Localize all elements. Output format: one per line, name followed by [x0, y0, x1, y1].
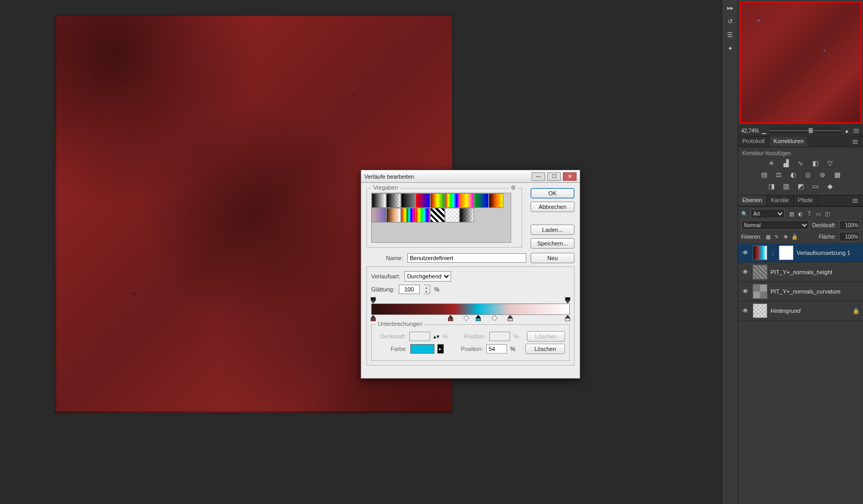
- layer-opacity-input[interactable]: [839, 220, 860, 230]
- ok-button[interactable]: OK: [531, 188, 574, 198]
- zoom-out-icon[interactable]: ▁: [762, 128, 766, 134]
- preset-swatch[interactable]: [386, 208, 401, 222]
- color-swatch[interactable]: [410, 344, 434, 354]
- curves-icon[interactable]: ∿: [796, 158, 806, 168]
- layer-name[interactable]: PIT_Y+_normals_curvature: [770, 288, 860, 295]
- opacity-stop[interactable]: [371, 297, 376, 303]
- preset-swatch[interactable]: [401, 193, 416, 208]
- lock-all-icon[interactable]: 🔒: [791, 233, 798, 240]
- photo-filter-icon[interactable]: ◎: [803, 170, 813, 179]
- preset-swatch[interactable]: [416, 193, 430, 208]
- preset-swatch[interactable]: [372, 193, 386, 208]
- presets-options-icon[interactable]: ⚙: [509, 184, 517, 191]
- gradient-map-icon[interactable]: ▭: [811, 181, 820, 191]
- tab-protokoll[interactable]: Protokoll: [738, 136, 769, 147]
- brightness-icon[interactable]: ☀: [767, 158, 776, 168]
- preset-swatch[interactable]: [416, 208, 430, 222]
- adjust-panel-icon[interactable]: ✦: [724, 43, 736, 54]
- tab-ebenen[interactable]: Ebenen: [738, 195, 767, 206]
- color-stop[interactable]: [508, 315, 513, 321]
- color-stop[interactable]: [448, 315, 453, 321]
- lock-position-icon[interactable]: ✥: [782, 233, 789, 240]
- visibility-toggle-icon[interactable]: 👁: [741, 307, 750, 314]
- layer-thumbnail[interactable]: [753, 284, 767, 299]
- color-stop[interactable]: [371, 315, 376, 321]
- tab-korrekturen[interactable]: Korrekturen: [769, 136, 808, 147]
- opacity-stops-track[interactable]: [371, 297, 570, 303]
- selective-color-icon[interactable]: ◆: [825, 181, 835, 191]
- preset-swatch[interactable]: [445, 193, 459, 208]
- filter-icon[interactable]: 🔍: [741, 211, 747, 217]
- layer-row[interactable]: 👁 PIT_Y+_normals_curvature: [738, 282, 863, 301]
- visibility-toggle-icon[interactable]: 👁: [741, 249, 750, 256]
- smoothness-input[interactable]: [399, 285, 420, 294]
- bw-icon[interactable]: ◐: [789, 170, 798, 179]
- mask-link-icon[interactable]: ⋮: [770, 250, 776, 256]
- levels-icon[interactable]: ▟: [781, 158, 791, 168]
- color-stop[interactable]: [565, 315, 570, 321]
- stop-color-position-input[interactable]: [486, 344, 507, 354]
- layer-filter-select[interactable]: Art: [751, 209, 785, 218]
- filter-pixel-icon[interactable]: ▧: [788, 210, 795, 217]
- tab-pfade[interactable]: Pfade: [793, 195, 818, 206]
- smoothness-stepper[interactable]: ▴▾: [424, 285, 430, 294]
- lock-transparency-icon[interactable]: ▦: [764, 233, 772, 240]
- panel-options-icon[interactable]: [847, 195, 863, 206]
- color-stop[interactable]: [476, 315, 481, 321]
- history-panel-icon[interactable]: ↺: [724, 16, 736, 27]
- visibility-toggle-icon[interactable]: 👁: [741, 288, 750, 295]
- layer-thumbnail[interactable]: [753, 265, 767, 279]
- layer-fill-input[interactable]: [839, 232, 860, 241]
- layer-thumbnail[interactable]: [753, 245, 767, 260]
- layer-mask-thumbnail[interactable]: [779, 245, 793, 260]
- delete-color-stop-button[interactable]: Löschen: [525, 344, 565, 354]
- navigator-thumbnail[interactable]: [740, 2, 861, 123]
- panel-options-icon[interactable]: [853, 127, 860, 134]
- posterize-icon[interactable]: ▥: [781, 181, 791, 191]
- gradient-midpoint[interactable]: [491, 315, 497, 321]
- preset-swatch[interactable]: [401, 208, 416, 222]
- color-swatch-dropdown[interactable]: ▸: [438, 344, 444, 354]
- save-button[interactable]: Speichern...: [531, 238, 574, 249]
- preset-swatch[interactable]: [430, 208, 445, 222]
- exposure-icon[interactable]: ◧: [811, 158, 820, 168]
- properties-panel-icon[interactable]: ☰: [724, 29, 736, 41]
- layer-name[interactable]: PIT_Y+_normals_height: [770, 269, 860, 275]
- layer-row[interactable]: 👁 ⋮ Verlaufsumsetzung 1: [738, 243, 863, 263]
- layer-row[interactable]: 👁 Hintergrund 🔒: [738, 301, 863, 321]
- gradient-type-select[interactable]: Durchgehend: [405, 271, 451, 282]
- zoom-slider[interactable]: [769, 127, 841, 134]
- opacity-stop[interactable]: [565, 297, 570, 303]
- cancel-button[interactable]: Abbrechen: [531, 202, 574, 212]
- collapse-panels-icon[interactable]: ▸▸: [724, 2, 736, 14]
- channel-mixer-icon[interactable]: ⊛: [818, 170, 827, 179]
- preset-swatch[interactable]: [430, 193, 445, 208]
- minimize-button[interactable]: —: [532, 172, 545, 181]
- panel-options-icon[interactable]: [847, 136, 863, 147]
- new-button[interactable]: Neu: [531, 253, 574, 263]
- gradient-name-input[interactable]: [407, 253, 526, 263]
- preset-swatch[interactable]: [459, 208, 474, 222]
- preset-swatch[interactable]: [489, 193, 503, 208]
- hue-icon[interactable]: ▤: [760, 170, 769, 179]
- dialog-titlebar[interactable]: Verläufe bearbeiten — ☐ ✕: [361, 170, 580, 183]
- load-button[interactable]: Laden...: [531, 225, 574, 235]
- lock-pixels-icon[interactable]: ✎: [773, 233, 780, 240]
- lut-icon[interactable]: ▦: [833, 170, 842, 179]
- gradient-bar[interactable]: [371, 303, 570, 315]
- vibrance-icon[interactable]: ▽: [825, 158, 835, 168]
- layer-row[interactable]: 👁 PIT_Y+_normals_height: [738, 263, 863, 282]
- tab-kanaele[interactable]: Kanäle: [767, 195, 793, 206]
- filter-smart-icon[interactable]: ◫: [823, 210, 831, 217]
- preset-swatch[interactable]: [445, 208, 459, 222]
- blend-mode-select[interactable]: Normal: [741, 220, 809, 230]
- invert-icon[interactable]: ◨: [767, 181, 776, 191]
- layer-thumbnail[interactable]: [753, 303, 767, 318]
- filter-shape-icon[interactable]: ▭: [814, 210, 822, 217]
- filter-type-icon[interactable]: T: [806, 210, 813, 217]
- visibility-toggle-icon[interactable]: 👁: [741, 268, 750, 276]
- preset-swatch[interactable]: [386, 193, 401, 208]
- gradient-midpoint[interactable]: [464, 315, 469, 321]
- preset-swatch[interactable]: [474, 193, 489, 208]
- zoom-in-icon[interactable]: ▲: [844, 128, 849, 134]
